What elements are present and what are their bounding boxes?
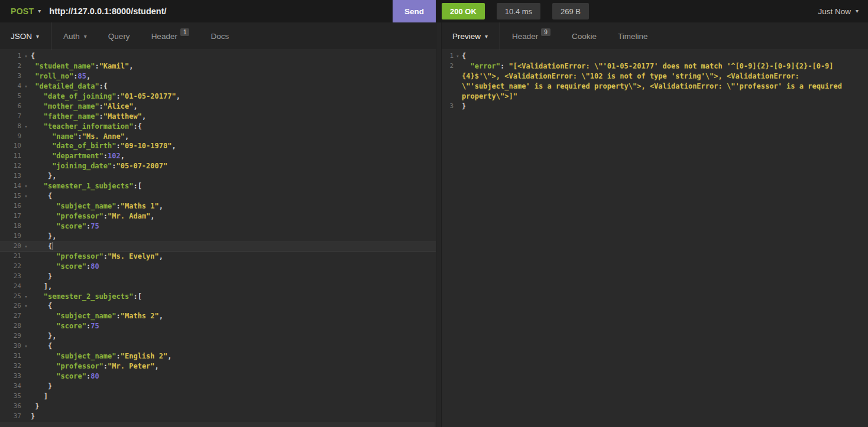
tab-auth[interactable]: Auth ▾: [53, 22, 98, 50]
line-number: 8: [0, 122, 21, 132]
code-line-4[interactable]: 4▾ "detailed_data":{: [0, 82, 436, 92]
code-line-21[interactable]: 21 "professor":"Ms. Evelyn",: [0, 252, 436, 262]
fold-arrow-icon[interactable]: ▾: [21, 191, 31, 201]
code-line-2[interactable]: 2 "error": "[<ValidationError: \"'01-05-…: [442, 61, 868, 102]
code-line-17[interactable]: 17 "professor":"Mr. Adam",: [0, 211, 436, 221]
tab-response-header[interactable]: Header 9: [501, 22, 561, 50]
code-text: }: [31, 272, 436, 282]
fold-arrow-icon[interactable]: ▾: [21, 341, 31, 351]
code-line-10[interactable]: 10 "date_of_birth":"09-10-1978",: [0, 141, 436, 151]
tab-response-header-label: Header: [512, 32, 538, 41]
code-text: "joining_date":"05-07-2007": [31, 161, 436, 171]
line-number: 2: [0, 61, 21, 71]
code-line-26[interactable]: 26▾ {: [0, 301, 436, 311]
fold-arrow-icon[interactable]: ▾: [21, 242, 31, 252]
fold-arrow-icon[interactable]: ▾: [21, 51, 31, 61]
code-text: "score":75: [31, 321, 436, 331]
response-preview-pane[interactable]: 1▾{2 "error": "[<ValidationError: \"'01-…: [442, 50, 868, 427]
line-number: 4: [0, 82, 21, 92]
response-tabs: Preview ▾ Header 9 Cookie Timeline: [442, 22, 868, 50]
tab-cookie[interactable]: Cookie: [561, 22, 607, 50]
request-body-editor[interactable]: 1▾{2 "student_name":"Kamil",3 "roll_no":…: [0, 50, 436, 427]
url-input[interactable]: [49, 6, 393, 16]
line-number: 20: [0, 242, 21, 252]
code-text: "score":75: [31, 221, 436, 232]
code-line-32[interactable]: 32 "professor":"Mr. Peter",: [0, 361, 436, 371]
horizontal-scrollbar[interactable]: [0, 422, 435, 427]
line-number: 25: [0, 292, 21, 302]
code-line-8[interactable]: 8▾ "teacher_information":{: [0, 122, 436, 132]
code-line-18[interactable]: 18 "score":75: [0, 221, 436, 232]
code-line-6[interactable]: 6 "mother_name":"Alice",: [0, 102, 436, 112]
tab-body-json[interactable]: JSON ▾: [0, 22, 50, 50]
code-line-23[interactable]: 23 }: [0, 272, 436, 282]
tab-preview[interactable]: Preview ▾: [442, 22, 498, 50]
code-line-1[interactable]: 1▾{: [0, 51, 436, 61]
line-number: 9: [0, 132, 21, 142]
tab-separator: [500, 22, 500, 50]
tab-query[interactable]: Query: [98, 22, 141, 50]
code-line-36[interactable]: 36 }: [0, 402, 436, 412]
line-number: 13: [0, 171, 21, 181]
code-line-37[interactable]: 37}: [0, 412, 436, 422]
code-line-16[interactable]: 16 "subject_name":"Maths 1",: [0, 201, 436, 211]
code-line-28[interactable]: 28 "score":75: [0, 321, 436, 331]
code-line-35[interactable]: 35 ]: [0, 392, 436, 402]
line-number: 29: [0, 331, 21, 341]
fold-arrow-icon[interactable]: ▾: [21, 292, 31, 302]
method-dropdown[interactable]: POST ▾: [0, 6, 49, 16]
fold-arrow-icon[interactable]: ▾: [21, 82, 31, 92]
code-line-29[interactable]: 29 },: [0, 331, 436, 341]
code-text: "subject_name":"Maths 2",: [31, 311, 436, 321]
code-line-34[interactable]: 34 }: [0, 382, 436, 392]
send-button[interactable]: Send: [393, 0, 436, 22]
code-line-7[interactable]: 7 "father_name":"Matthew",: [0, 112, 436, 122]
code-line-33[interactable]: 33 "score":80: [0, 371, 436, 382]
response-time-badge: 10.4 ms: [497, 3, 540, 19]
code-text: "date_of_joining":"01-05-20177",: [31, 92, 436, 102]
fold-arrow-icon[interactable]: ▾: [21, 122, 31, 132]
history-dropdown[interactable]: Just Now ▾: [818, 7, 859, 16]
line-number: 14: [0, 181, 21, 191]
line-number: 32: [0, 361, 21, 371]
code-text: {: [31, 191, 436, 201]
chevron-down-icon: ▾: [856, 8, 859, 14]
code-line-31[interactable]: 31 "subject_name":"English 2",: [0, 351, 436, 361]
code-line-1[interactable]: 1▾{: [442, 51, 868, 61]
code-line-2[interactable]: 2 "student_name":"Kamil",: [0, 61, 436, 71]
code-line-12[interactable]: 12 "joining_date":"05-07-2007": [0, 161, 436, 171]
code-line-9[interactable]: 9 "name":"Ms. Anne",: [0, 132, 436, 142]
code-text: "mother_name":"Alice",: [31, 102, 436, 112]
code-text: "score":80: [31, 371, 436, 382]
code-line-3[interactable]: 3}: [442, 102, 868, 112]
code-line-11[interactable]: 11 "department":102,: [0, 151, 436, 161]
code-line-15[interactable]: 15▾ {: [0, 191, 436, 201]
tab-timeline[interactable]: Timeline: [607, 22, 659, 50]
code-text: }: [462, 102, 868, 112]
code-line-14[interactable]: 14▾ "semester_1_subjects":[: [0, 181, 436, 191]
chevron-down-icon: ▾: [36, 34, 39, 40]
code-line-20[interactable]: 20▾ {: [0, 242, 436, 252]
code-line-19[interactable]: 19 },: [0, 232, 436, 242]
fold-arrow-icon[interactable]: ▾: [21, 301, 31, 311]
code-line-3[interactable]: 3 "roll_no":85,: [0, 71, 436, 82]
code-line-25[interactable]: 25▾ "semester_2_subjects":[: [0, 292, 436, 302]
code-text: {: [31, 51, 436, 61]
fold-arrow-icon[interactable]: ▾: [21, 181, 31, 191]
code-line-22[interactable]: 22 "score":80: [0, 262, 436, 272]
request-json-code: 1▾{2 "student_name":"Kamil",3 "roll_no":…: [0, 50, 436, 422]
code-line-27[interactable]: 27 "subject_name":"Maths 2",: [0, 311, 436, 321]
pane-resize-handle[interactable]: [436, 22, 442, 427]
code-line-24[interactable]: 24 ],: [0, 282, 436, 292]
code-line-5[interactable]: 5 "date_of_joining":"01-05-20177",: [0, 92, 436, 102]
fold-arrow-icon[interactable]: ▾: [454, 51, 462, 61]
code-text: "roll_no":85,: [31, 71, 436, 82]
line-number: 3: [442, 102, 454, 112]
code-text: "semester_1_subjects":[: [31, 181, 436, 191]
tab-request-header[interactable]: Header 1: [141, 22, 200, 50]
code-line-30[interactable]: 30▾ {: [0, 341, 436, 351]
code-line-13[interactable]: 13 },: [0, 171, 436, 181]
chevron-down-icon: ▾: [38, 8, 41, 14]
code-text: "student_name":"Kamil",: [31, 61, 436, 71]
tab-docs[interactable]: Docs: [200, 22, 239, 50]
